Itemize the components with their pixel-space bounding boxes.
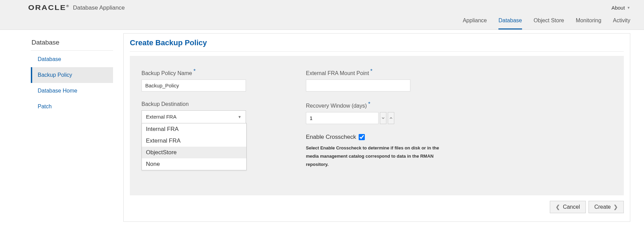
cancel-label: Cancel (563, 204, 580, 210)
required-icon: * (194, 68, 196, 74)
crosscheck-checkbox[interactable] (359, 134, 365, 140)
oracle-logo: ORACLE® (28, 4, 69, 12)
about-menu[interactable]: About ▼ (611, 3, 630, 13)
crosscheck-help: Select Enable Crosscheck to determine if… (306, 144, 443, 169)
chevron-down-icon (381, 116, 385, 120)
mount-label: External FRA Mount Point (306, 70, 369, 76)
sidebar-heading: Database (31, 36, 113, 51)
product-title: Database Appliance (73, 4, 125, 11)
content-panel: Create Backup Policy Backup Policy Name*… (123, 33, 630, 222)
sidebar-item-database[interactable]: Database (31, 51, 113, 67)
triangle-down-icon: ▼ (238, 115, 242, 119)
topnav-database[interactable]: Database (498, 17, 522, 29)
form-panel: Backup Policy Name* Backup Destination E… (130, 56, 624, 195)
create-button[interactable]: Create ❯ (589, 201, 624, 213)
topnav-monitoring[interactable]: Monitoring (576, 17, 602, 29)
dest-option-external-fra[interactable]: External FRA (142, 135, 246, 147)
sidebar: Database Database Backup Policy Database… (31, 30, 123, 222)
destination-dropdown: Internal FRA External FRA ObjectStore No… (141, 123, 247, 170)
dest-option-objectstore[interactable]: ObjectStore (142, 147, 246, 158)
dest-option-none[interactable]: None (142, 158, 246, 170)
destination-label: Backup Destination (141, 101, 189, 107)
policy-name-label: Backup Policy Name (141, 70, 192, 76)
policy-name-input[interactable] (141, 80, 246, 92)
required-icon: * (368, 101, 370, 107)
topnav-object-store[interactable]: Object Store (534, 17, 564, 29)
chevron-left-icon: ❮ (556, 204, 560, 210)
chevron-right-icon: ❯ (614, 204, 618, 210)
cancel-button[interactable]: ❮ Cancel (550, 201, 586, 213)
sidebar-item-backup-policy[interactable]: Backup Policy (31, 67, 113, 83)
crosscheck-label: Enable Crosscheck (306, 134, 356, 141)
sidebar-item-database-home[interactable]: Database Home (31, 83, 113, 99)
top-bar: ORACLE® Database Appliance About ▼ Appli… (0, 0, 644, 30)
recovery-label: Recovery Window (days) (306, 103, 367, 109)
chevron-up-icon (389, 116, 393, 120)
top-nav: Appliance Database Object Store Monitori… (31, 13, 630, 29)
triangle-down-icon: ▼ (627, 6, 630, 10)
required-icon: * (370, 68, 372, 74)
mount-input[interactable] (306, 80, 410, 92)
recovery-input[interactable] (306, 112, 379, 124)
topnav-activity[interactable]: Activity (613, 17, 630, 29)
destination-selected: External FRA (146, 114, 176, 120)
page-title: Create Backup Policy (130, 38, 624, 52)
about-label: About (611, 5, 625, 11)
topnav-appliance[interactable]: Appliance (463, 17, 487, 29)
recovery-increment-button[interactable] (388, 112, 394, 124)
create-label: Create (594, 204, 611, 210)
sidebar-item-patch[interactable]: Patch (31, 99, 113, 114)
dest-option-internal-fra[interactable]: Internal FRA (142, 123, 246, 135)
destination-select[interactable]: External FRA ▼ (141, 110, 246, 123)
recovery-decrement-button[interactable] (380, 112, 386, 124)
